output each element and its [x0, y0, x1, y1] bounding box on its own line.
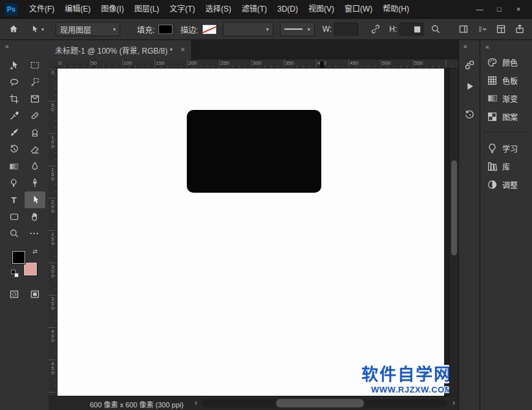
panels-toggle-button[interactable] [455, 21, 472, 38]
fill-label: 填充: [137, 24, 154, 35]
shape-operations-button[interactable] [409, 21, 425, 38]
maximize-button[interactable]: □ [489, 0, 509, 18]
menu-layer[interactable]: 图层(L) [129, 0, 165, 18]
stroke-type-dropdown[interactable]: ▾ [280, 22, 315, 36]
panel-item-adjustments[interactable]: 调整 [480, 175, 532, 193]
strip-expand-button[interactable]: « [459, 40, 480, 52]
document-canvas[interactable]: 软件自学网 WWW.RJZXW.COM [58, 69, 444, 396]
path-selection-tool[interactable] [25, 191, 45, 208]
vertical-scrollbar-thumb[interactable] [451, 160, 457, 255]
ruler-label: 200 [188, 60, 197, 66]
link-dimensions-button[interactable] [367, 21, 384, 38]
background-color-swatch[interactable] [24, 263, 37, 275]
lasso-tool[interactable] [4, 74, 25, 91]
foreground-color-swatch[interactable] [12, 251, 25, 264]
panel-item-gradients[interactable]: 渐变 [480, 89, 532, 107]
edit-toolbar-button[interactable]: ··· [25, 225, 45, 242]
eraser-tool[interactable] [25, 141, 45, 158]
pen-tool[interactable] [25, 175, 45, 191]
menu-window[interactable]: 窗口(W) [339, 0, 378, 18]
menu-edit[interactable]: 编辑(E) [59, 0, 96, 18]
scroll-left-icon[interactable]: ‹ [195, 398, 197, 407]
home-icon [8, 24, 19, 34]
blur-tool[interactable] [25, 158, 45, 175]
menu-filter[interactable]: 滤镜(T) [237, 0, 272, 18]
arrange-documents-button[interactable] [474, 21, 491, 38]
screen-mode-button[interactable] [25, 286, 45, 303]
crop-tool[interactable] [4, 91, 25, 107]
play-icon [464, 81, 475, 92]
panel-item-learn[interactable]: 学习 [480, 139, 532, 157]
ruler-label: 450 [50, 361, 56, 374]
move-tool[interactable] [4, 57, 25, 74]
gradient-tool[interactable] [4, 158, 25, 175]
panel-item-libraries[interactable]: 库 [480, 157, 532, 175]
search-button[interactable] [427, 21, 444, 38]
horizontal-ruler[interactable]: 0 50 100 150 200 250 300 350 400 450 500… [58, 59, 458, 69]
home-button[interactable] [5, 21, 22, 38]
menu-image[interactable]: 图像(I) [96, 0, 129, 18]
minimize-button[interactable]: — [470, 0, 489, 18]
clone-stamp-tool[interactable] [25, 124, 45, 141]
photoshop-logo-icon[interactable]: Ps [5, 3, 17, 16]
frame-tool[interactable] [25, 91, 45, 107]
close-button[interactable]: × [509, 0, 528, 18]
hand-tool[interactable] [25, 208, 45, 225]
menu-view[interactable]: 视图(V) [303, 0, 339, 18]
eyedropper-tool[interactable] [4, 107, 25, 124]
menu-help[interactable]: 帮助(H) [378, 0, 414, 18]
rectangle-tool[interactable] [4, 208, 25, 225]
stroke-label: 描边: [180, 24, 198, 35]
panel-item-label: 调整 [502, 179, 518, 190]
vertical-ruler[interactable]: 0 50 100 150 200 250 300 350 400 450 [48, 69, 58, 396]
select-mode-dropdown[interactable]: 现用图层 ▾ [56, 22, 120, 36]
main-workspace: « T [0, 40, 532, 410]
stroke-swatch[interactable] [202, 25, 217, 34]
dodge-icon [9, 178, 19, 188]
vertical-scrollbar[interactable] [449, 69, 458, 396]
actions-panel-button[interactable] [461, 78, 478, 94]
history-panel-button[interactable] [461, 106, 478, 123]
object-selection-tool[interactable] [25, 74, 45, 91]
scroll-right-icon[interactable]: › [452, 398, 455, 407]
healing-brush-icon [30, 111, 40, 121]
panel-expand-button[interactable]: « [480, 40, 532, 53]
document-tab[interactable]: 未标题-1 @ 100% (背景, RGB/8) * × [48, 40, 192, 59]
width-input[interactable] [334, 23, 358, 36]
dodge-tool[interactable] [4, 175, 25, 191]
menu-type[interactable]: 文字(T) [164, 0, 200, 18]
menu-3d[interactable]: 3D(D) [272, 0, 303, 18]
properties-panel-button[interactable] [461, 56, 478, 73]
stroke-width-dropdown[interactable]: ▾ [223, 22, 273, 36]
quick-mask-icon [9, 289, 19, 299]
black-rounded-rectangle-shape[interactable] [187, 110, 321, 193]
workspace-switcher-button[interactable] [493, 21, 509, 38]
history-brush-tool[interactable] [4, 141, 25, 158]
horizontal-scrollbar[interactable] [202, 399, 448, 407]
default-colors-icon[interactable] [11, 270, 19, 277]
panel-item-patterns[interactable]: 图案 [480, 107, 532, 125]
type-tool[interactable]: T [4, 191, 25, 208]
rectangle-shape-icon [9, 211, 19, 222]
toolbar-collapse-button[interactable]: « [0, 40, 48, 52]
healing-brush-tool[interactable] [25, 107, 45, 124]
rectangular-marquee-tool[interactable] [25, 57, 45, 74]
fill-swatch[interactable] [158, 25, 173, 34]
panel-item-color[interactable]: 颜色 [480, 53, 532, 71]
tool-preset-picker[interactable]: ▾ [30, 25, 44, 34]
ruler-label: 400 [50, 329, 56, 342]
share-button[interactable] [511, 21, 528, 38]
menu-select[interactable]: 选择(S) [200, 0, 237, 18]
panel-item-swatches[interactable]: 色板 [480, 71, 532, 89]
gradient-swatch-icon [488, 95, 497, 102]
zoom-tool[interactable] [4, 225, 25, 242]
brush-tool[interactable] [4, 124, 25, 141]
horizontal-scrollbar-thumb[interactable] [276, 399, 364, 407]
tab-close-icon[interactable]: × [180, 45, 185, 54]
menu-file[interactable]: 文件(F) [24, 0, 59, 18]
chevron-down-icon: ▾ [266, 27, 269, 32]
status-bar: 600 像素 x 600 像素 (300 ppi) ‹ › [48, 396, 458, 410]
quick-mask-button[interactable] [4, 286, 25, 303]
ruler-corner [48, 59, 58, 69]
swap-colors-icon[interactable]: ⇄ [32, 248, 37, 255]
